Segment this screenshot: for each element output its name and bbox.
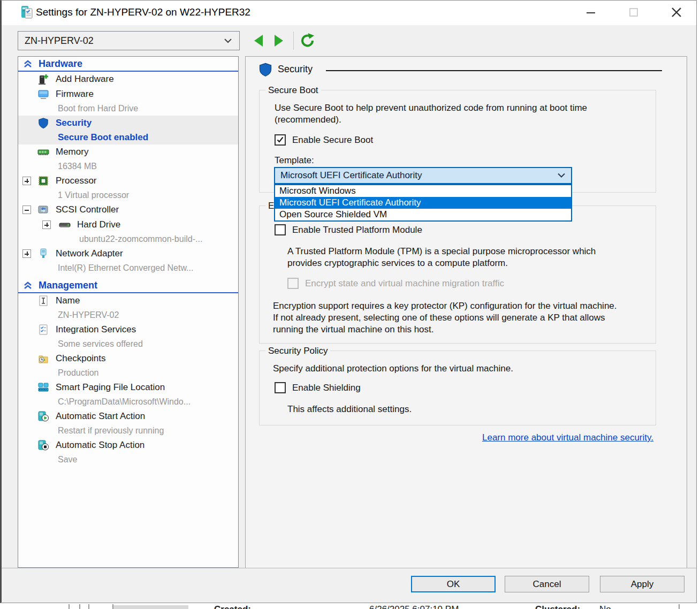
sidebar-item-memory[interactable]: Memory bbox=[18, 144, 238, 159]
policy-description: Specify additional protection options fo… bbox=[273, 363, 637, 375]
security-settings-pane: Security Secure Boot Use Secure Boot to … bbox=[245, 56, 687, 568]
enable-shielding-checkbox[interactable]: Enable Shielding bbox=[275, 382, 361, 393]
item-sublabel: 1 Virtual processor bbox=[18, 188, 238, 202]
clustered-label: Clustered: bbox=[535, 604, 580, 609]
checkbox-label: Encrypt state and virtual machine migrat… bbox=[305, 278, 504, 289]
apply-button[interactable]: Apply bbox=[600, 576, 684, 592]
enable-secure-boot-checkbox[interactable]: Enable Secure Boot bbox=[275, 134, 373, 146]
key-protector-note: Encryption support requires a key protec… bbox=[273, 300, 621, 335]
group-title: Secure Boot bbox=[265, 85, 321, 96]
memory-icon bbox=[37, 146, 49, 158]
settings-tree: Hardware Add Hardware bbox=[18, 56, 239, 568]
integration-services-icon bbox=[37, 324, 49, 336]
security-shield-icon bbox=[258, 62, 273, 80]
template-value: Microsoft UEFI Certificate Authority bbox=[280, 170, 422, 181]
expand-icon[interactable] bbox=[22, 249, 31, 258]
group-title: Security Policy bbox=[265, 346, 330, 356]
created-label: Created: bbox=[214, 604, 251, 609]
sidebar-item-security[interactable]: Security bbox=[18, 116, 238, 131]
tpm-description: A Trusted Platform Module (TPM) is a spe… bbox=[287, 246, 630, 269]
sidebar-item-name[interactable]: Name bbox=[18, 293, 238, 308]
minimize-button[interactable] bbox=[575, 1, 606, 24]
dropdown-option-selected[interactable]: Microsoft UEFI Certificate Authority bbox=[275, 197, 571, 209]
maximize-button[interactable] bbox=[618, 1, 649, 24]
item-sublabel: Secure Boot enabled bbox=[18, 131, 238, 144]
template-combobox[interactable]: Microsoft UEFI Certificate Authority bbox=[274, 167, 572, 184]
encrypt-state-checkbox[interactable]: Encrypt state and virtual machine migrat… bbox=[287, 278, 504, 289]
sidebar-item-hard-drive[interactable]: Hard Drive bbox=[18, 217, 238, 232]
header-rule bbox=[326, 70, 662, 71]
item-label: Security bbox=[18, 118, 92, 128]
item-sublabel: C:\ProgramData\Microsoft\Windo... bbox=[18, 395, 238, 409]
dropdown-option[interactable]: Microsoft Windows bbox=[275, 185, 571, 197]
add-hardware-icon bbox=[37, 73, 49, 85]
settings-app-icon bbox=[20, 5, 35, 22]
dropdown-chevron-icon bbox=[557, 170, 566, 181]
background-window-strip: Created: 6/26/2025 6:07:10 PM Clustered:… bbox=[0, 604, 700, 609]
checkmark-icon bbox=[276, 136, 284, 144]
clustered-value: No bbox=[599, 604, 611, 609]
vm-selector-dropdown[interactable]: ZN-HYPERV-02 bbox=[18, 31, 240, 50]
item-sublabel: 16384 MB bbox=[18, 159, 238, 173]
window-title: Settings for ZN-HYPERV-02 on W22-HYPER32 bbox=[36, 6, 250, 18]
hard-drive-icon bbox=[59, 219, 71, 231]
sidebar-item-processor[interactable]: Processor bbox=[18, 173, 238, 188]
sidebar-item-integration-services[interactable]: Integration Services bbox=[18, 322, 238, 337]
sidebar-item-auto-stop[interactable]: Automatic Stop Action bbox=[18, 438, 238, 453]
auto-stop-icon bbox=[37, 439, 49, 451]
selected-item-block: Security Secure Boot enabled bbox=[18, 116, 238, 144]
security-policy-group: Security Policy Specify additional prote… bbox=[259, 351, 656, 425]
back-arrow-button[interactable] bbox=[251, 33, 265, 48]
secure-boot-description: Use Secure Boot to help prevent unauthor… bbox=[275, 102, 604, 126]
item-sublabel: Production bbox=[18, 366, 238, 380]
item-sublabel: ubuntu22-zoomcommon-build-... bbox=[18, 232, 238, 246]
sidebar-item-checkpoints[interactable]: Checkpoints bbox=[18, 351, 238, 366]
learn-more-link[interactable]: Learn more about virtual machine securit… bbox=[482, 432, 653, 443]
smart-paging-icon bbox=[37, 382, 49, 393]
shielding-note: This affects additional settings. bbox=[287, 404, 412, 415]
title-bar: Settings for ZN-HYPERV-02 on W22-HYPER32 bbox=[2, 1, 696, 25]
minimize-icon bbox=[585, 6, 597, 18]
firmware-monitor-icon bbox=[37, 88, 49, 100]
item-label: Checkpoints bbox=[18, 353, 106, 364]
sidebar-item-scsi-controller[interactable]: SCSI Controller bbox=[18, 202, 238, 217]
refresh-icon bbox=[299, 32, 316, 49]
sidebar-item-smart-paging[interactable]: Smart Paging File Location bbox=[18, 380, 238, 395]
toolbar: ZN-HYPERV-02 bbox=[2, 25, 696, 56]
toolbar-separator bbox=[293, 32, 294, 50]
sidebar-item-firmware[interactable]: Firmware bbox=[18, 87, 238, 102]
ok-button[interactable]: OK bbox=[411, 576, 496, 592]
refresh-button[interactable] bbox=[299, 32, 316, 51]
cancel-button[interactable]: Cancel bbox=[505, 576, 589, 592]
sidebar-item-auto-start[interactable]: Automatic Start Action bbox=[18, 409, 238, 424]
template-label: Template: bbox=[275, 155, 314, 166]
processor-icon bbox=[37, 175, 49, 187]
sidebar-item-add-hardware[interactable]: Add Hardware bbox=[18, 72, 238, 87]
close-button[interactable] bbox=[661, 1, 692, 24]
section-header-management[interactable]: Management bbox=[18, 278, 238, 293]
close-icon bbox=[670, 6, 683, 19]
sidebar-item-network-adapter[interactable]: Network Adapter bbox=[18, 246, 238, 261]
checkbox-label: Enable Trusted Platform Module bbox=[292, 225, 422, 235]
dropdown-chevron-icon bbox=[223, 35, 233, 47]
settings-dialog: Settings for ZN-HYPERV-02 on W22-HYPER32… bbox=[0, 0, 697, 603]
created-value: 6/26/2025 6:07:10 PM bbox=[369, 604, 459, 609]
item-label: SCSI Controller bbox=[18, 204, 119, 215]
vm-selector-value: ZN-HYPERV-02 bbox=[25, 35, 94, 47]
checkbox-label: Enable Secure Boot bbox=[292, 135, 373, 146]
expand-icon[interactable] bbox=[42, 220, 51, 229]
section-header-hardware[interactable]: Hardware bbox=[18, 57, 238, 72]
encryption-support-group: Encryption Support Enable Trusted Platfo… bbox=[259, 205, 656, 344]
enable-tpm-checkbox[interactable]: Enable Trusted Platform Module bbox=[275, 224, 422, 235]
item-sublabel: Save bbox=[18, 453, 238, 467]
collapse-icon[interactable] bbox=[22, 205, 31, 214]
network-adapter-icon bbox=[37, 248, 49, 260]
page-title: Security bbox=[278, 64, 313, 75]
chevron-double-up-icon bbox=[23, 281, 33, 293]
expand-icon[interactable] bbox=[22, 177, 31, 185]
forward-arrow-button[interactable] bbox=[272, 33, 286, 48]
item-label: Network Adapter bbox=[18, 248, 123, 259]
dropdown-option[interactable]: Open Source Shielded VM bbox=[275, 209, 571, 220]
forward-arrow-icon bbox=[272, 33, 286, 48]
item-label: Integration Services bbox=[18, 324, 136, 335]
